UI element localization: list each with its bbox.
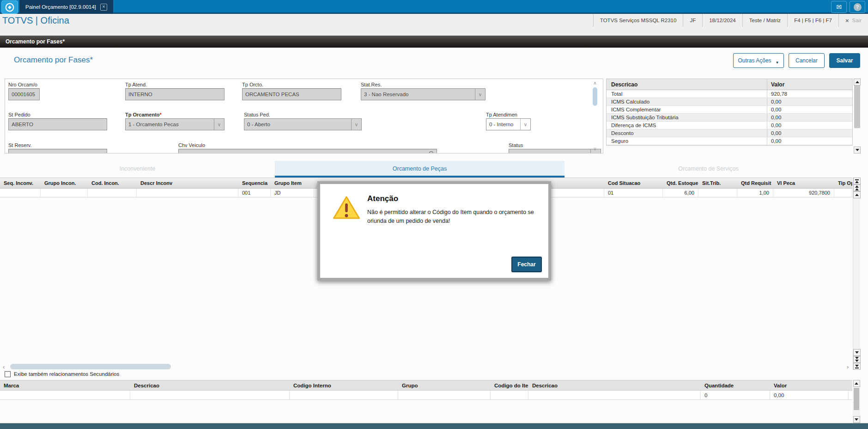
outras-acoes-button[interactable]: Outras Ações ▼ [733,53,784,68]
related-items-row[interactable]: 0 0,00 [0,391,852,400]
field-label: Tp Atend. [125,82,147,87]
tp-atend-field[interactable] [125,88,225,100]
scroll-down-button[interactable] [853,349,861,356]
field-label: St Reserv. [8,142,32,148]
col-valor: Valor [770,380,849,390]
field-label: Status [509,142,523,148]
scroll-down-icon[interactable]: ∨ [593,146,596,152]
scroll-up-button[interactable] [853,191,861,198]
totals-summary-table: Descricao Valor Total920,78 ICMS Calcula… [606,79,853,146]
summary-col-valor: Valor [767,79,852,90]
col-grupo-incon: Grupo Incon. [41,178,88,188]
tab-orcamento-de-pecas[interactable]: Orcamento de Peças [275,161,565,178]
scroll-to-top-button[interactable] [853,178,861,184]
cell-grupo-item: JD [271,189,314,197]
scrollbar-thumb[interactable] [854,86,860,128]
col-quantidade: Quantidade [701,380,770,390]
header-form-panel: Nro Orcam/o Tp Atend. Tp Orcto. Stat.Res… [5,79,603,153]
scrollbar-thumb[interactable] [593,87,597,106]
col-descr-inconv: Descr Inconv [137,178,238,188]
summary-col-descricao: Descricao [607,81,767,88]
summary-row: Total920,78 [607,90,852,98]
tab-inconveniente: Inconveniente [0,161,275,178]
totvs-logo-icon[interactable] [1,0,18,14]
field-label: Tp Orcto. [242,82,263,87]
stat-res-select[interactable]: 3 - Nao Reservado v [361,88,486,100]
scroll-up-button[interactable] [853,380,860,387]
field-label: Stat.Res. [361,82,382,87]
logout-button[interactable]: × Sair [838,14,868,27]
scrollbar-thumb[interactable] [854,388,859,410]
status-select[interactable]: v [509,149,601,153]
scroll-down-button[interactable] [854,147,861,153]
field-label: Nro Orcam/o [8,82,37,87]
summary-row: ICMS Calculado0,00 [607,98,852,106]
summary-row: Desconto0,00 [607,129,852,137]
nro-orcamento-field[interactable] [8,88,40,100]
tab-close-icon[interactable]: × [100,4,107,11]
grid-horizontal-scrollbar[interactable]: ‹ › [0,363,852,370]
tab-painel-orcamento[interactable]: Painel Orçamento [02.9.0014] × [19,0,113,14]
col-codigo-do-item: Codigo do Item [491,380,528,390]
secondary-relationships-checkbox[interactable] [5,371,11,377]
scroll-up-button[interactable] [854,79,861,86]
page-down-button[interactable] [853,356,861,363]
col-qtd-estoque: Qtd. Estoque [663,178,698,188]
lookup-icon[interactable] [429,151,433,153]
save-button[interactable]: Salvar [829,53,860,68]
form-vertical-scrollbar[interactable]: ∧ ∨ [590,80,600,152]
tp-orcamento-select[interactable]: 1 - Orcamento Pecas v [125,118,225,130]
col-grupo: Grupo [398,380,491,390]
select-value: 0 - Aberto [244,122,351,127]
scroll-right-icon[interactable]: › [847,363,849,370]
breadcrumb-bar: Orcamento por Fases* [0,36,868,48]
st-reserv-field[interactable] [8,149,107,153]
function-keys: F4 | F5 | F6 | F7 [787,14,838,27]
summary-vertical-scrollbar[interactable] [854,79,861,153]
tp-orcto-field[interactable] [242,88,341,100]
summary-row: Diferença de ICMS0,00 [607,122,852,129]
cell-valor: 0,00 [770,391,849,399]
field-label-required: Tp Orcamento* [125,112,162,117]
scroll-left-icon[interactable]: ‹ [3,363,5,370]
top-bar: Painel Orçamento [02.9.0014] × ✉ ? [0,0,868,14]
tp-atendimen-select[interactable]: 0 - Interno v [486,118,531,130]
col-qtd-requisit: Qtd Requisit [737,178,773,188]
field-label: Chv Veiculo [178,142,205,148]
scroll-to-bottom-button[interactable] [853,363,861,370]
dialog-message: Não é permitido alterar o Código do Item… [367,208,545,226]
mail-button[interactable]: ✉ [831,1,847,13]
related-items-scrollbar[interactable] [853,380,860,423]
help-button[interactable]: ? [850,1,865,13]
cancel-button[interactable]: Cancelar [789,53,825,68]
cancel-label: Cancelar [795,57,818,64]
grid-vertical-scrollbar[interactable] [853,178,860,370]
user-initials: JF [683,14,702,27]
cell-quantidade: 0 [701,391,770,399]
select-arrow-icon: v [351,119,361,130]
col-sequencia: Sequencia [238,178,271,188]
status-ped-select[interactable]: 0 - Aberto v [244,118,362,130]
select-value: 0 - Interno [486,122,520,127]
outras-acoes-label: Outras Ações [738,57,771,64]
select-arrow-icon: v [214,119,224,130]
select-value: 3 - Nao Reservado [361,92,475,97]
st-pedido-field[interactable] [8,118,107,130]
fechar-button[interactable]: Fechar [511,257,542,272]
chv-veiculo-field[interactable] [178,149,437,153]
atencao-dialog: Atenção Não é permitido alterar o Código… [317,181,551,281]
col-grupo-item: Grupo Item [271,178,314,188]
related-items-header: Marca Descricao Codigo Interno Grupo Cod… [0,380,852,391]
session-date: 18/12/2024 [702,14,742,27]
scroll-down-button[interactable] [853,416,860,423]
page-up-button[interactable] [853,184,861,191]
dialog-title: Atenção [367,194,398,203]
scrollbar-thumb[interactable] [10,364,171,369]
scroll-up-icon[interactable]: ∧ [593,80,596,86]
warning-icon [332,195,361,223]
help-icon: ? [854,3,862,11]
environment-info-bar: TOTVS Serviços MSSQL R2310 JF 18/12/2024… [593,14,868,27]
bottom-status-bar [0,423,868,429]
col-tip-op: Tip Op [834,178,852,188]
cell-vl-peca: 920,7800 [773,189,834,197]
